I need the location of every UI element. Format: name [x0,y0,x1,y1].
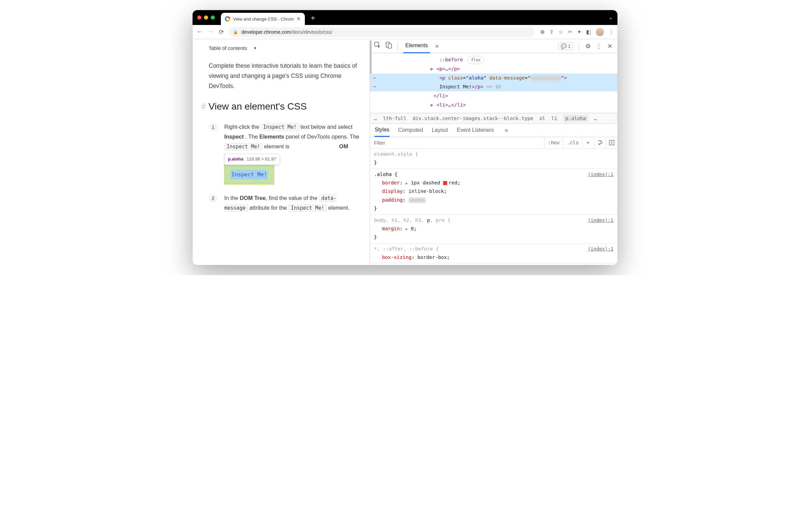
dom-line[interactable]: </li> [370,92,617,100]
maximize-window-button[interactable] [211,16,215,19]
style-rule[interactable]: (index):1 *, ::after, ::before { box-siz… [370,244,617,264]
scissors-icon[interactable]: ✂ [568,29,572,35]
code-chip: Inspect Me! [261,123,299,131]
breadcrumb-item[interactable]: div.stack.center-images.stack--block.typ… [413,116,534,121]
tab-title: View and change CSS - Chrom [233,17,294,21]
kebab-menu-icon[interactable]: ⋮ [595,43,603,50]
flex-badge[interactable]: flex [468,56,484,64]
profile-avatar[interactable] [596,28,604,36]
styles-tab[interactable]: Styles [375,123,389,137]
color-swatch[interactable] [443,181,447,185]
dom-line[interactable]: ▶ <p>…</p> [370,64,617,73]
bookmark-icon[interactable]: ☆ [558,29,563,35]
tab-bar: View and change CSS - Chrom ✕ ＋ ⌄ [193,10,617,25]
element-hover-tooltip: p.aloha 118.96 × 61.97 [224,154,280,165]
dom-breadcrumb[interactable]: … lth-full div.stack.center-images.stack… [370,113,617,124]
style-rule[interactable]: (index):1 body, h1, h2, h3, p, pre { mar… [370,215,617,244]
breadcrumb-item[interactable]: lth-full [383,116,407,121]
feedback-icon: 💬 [561,44,567,49]
cls-toggle[interactable]: .cls [564,137,582,148]
tab-list-button[interactable]: ⌄ [609,15,613,20]
breadcrumb-overflow[interactable]: … [594,116,597,121]
dom-line[interactable]: ::before flex [370,55,617,64]
rule-source[interactable]: (index):1 [588,170,613,179]
url-text: developer.chrome.com/docs/devtools/css/ [241,29,332,35]
device-toggle-icon[interactable] [385,42,392,50]
new-tab-button[interactable]: ＋ [310,13,316,22]
styles-filter-input[interactable] [370,137,545,148]
dom-line[interactable]: ▶ <li>…</li> [370,100,617,110]
inspect-target-area: p.aloha 118.96 × 61.97 Inspect Me! [224,165,360,184]
anchor-hash-icon[interactable]: # [201,102,206,111]
styles-body[interactable]: element.style { } (index):1 .aloha { bor… [370,149,617,265]
step-1-body: Right-click the Inspect Me! text below a… [224,122,360,184]
inspect-me-element[interactable]: Inspect Me! [224,165,274,184]
browser-tab[interactable]: View and change CSS - Chrom ✕ [221,13,305,25]
minimize-window-button[interactable] [204,16,208,19]
elements-tab[interactable]: Elements [403,39,430,53]
layout-tab[interactable]: Layout [432,123,448,137]
computed-tab[interactable]: Computed [398,123,423,137]
lock-icon: 🔒 [233,30,238,34]
forward-button[interactable]: → [207,28,214,35]
chevron-down-icon: ▼ [253,46,257,51]
more-tabs-icon[interactable]: » [433,43,441,50]
step-2: 2 In the DOM Tree, find the value of the… [209,193,360,213]
content-area: Table of contents ▼ Complete these inter… [193,39,617,265]
step-number: 2 [209,194,217,203]
close-tab-icon[interactable]: ✕ [296,16,301,22]
breadcrumb-item[interactable]: ol [539,116,545,121]
computed-panel-icon[interactable] [606,137,617,148]
address-bar-actions: ⊕ ⇪ ☆ ✂ ✦ ◧ ⋮ [540,28,614,36]
back-button[interactable]: ← [196,28,203,35]
event-listeners-tab[interactable]: Event Listeners [457,123,494,137]
devtools-panel: Elements » 💬 1 ⚙ ⋮ ✕ ::before flex ▶ < [370,39,617,265]
close-window-button[interactable] [197,16,201,19]
dom-line-selected[interactable]: Inspect Me!</p> == $0 [370,82,617,92]
chrome-favicon-icon [225,16,230,21]
devtools-toolbar: Elements » 💬 1 ⚙ ⋮ ✕ [370,39,617,53]
menu-icon[interactable]: ⋮ [609,29,614,35]
more-subtabs-icon[interactable]: » [503,127,510,134]
redacted-value [531,76,561,81]
breadcrumb-item-selected[interactable]: p.aloha [563,115,588,122]
browser-window: View and change CSS - Chrom ✕ ＋ ⌄ ← → ⟳ … [193,10,617,265]
address-bar: ← → ⟳ 🔒 developer.chrome.com/docs/devtoo… [193,25,617,39]
code-chip: Inspect Me! [288,204,326,212]
tooltip-selector: p.aloha [228,155,243,163]
add-rule-icon[interactable]: ＋ [582,137,594,148]
paint-icon[interactable] [594,137,606,148]
url-field[interactable]: 🔒 developer.chrome.com/docs/devtools/css… [228,27,535,37]
dom-line-selected[interactable]: <p class="aloha" data-message=""> [370,73,617,83]
extensions-icon[interactable]: ✦ [577,29,581,35]
settings-icon[interactable]: ⚙ [584,43,592,50]
step-number: 1 [209,123,217,132]
side-panel-icon[interactable]: ◧ [586,29,591,35]
toc-label: Table of contents [209,45,247,51]
style-rule[interactable]: element.style { } [370,149,617,169]
breadcrumb-overflow[interactable]: … [374,116,377,121]
styles-tabs: Styles Computed Layout Event Listeners » [370,124,617,137]
svg-rect-2 [388,44,391,48]
reload-button[interactable]: ⟳ [217,28,225,36]
hov-toggle[interactable]: :hov [545,137,564,148]
issues-badge[interactable]: 💬 1 [558,43,573,50]
styles-toolbar: :hov .cls ＋ [370,137,617,149]
rule-source[interactable]: (index):1 [588,216,613,225]
table-of-contents[interactable]: Table of contents ▼ [209,45,360,51]
inspect-me-text: Inspect Me! [231,170,268,179]
window-controls [197,16,215,19]
redacted-value [409,198,425,203]
page-content: Table of contents ▼ Complete these inter… [193,39,370,265]
dom-tree[interactable]: ::before flex ▶ <p>…</p> <p class="aloha… [370,53,617,113]
inspect-element-icon[interactable] [374,42,382,50]
breadcrumb-item[interactable]: li [551,116,557,121]
step-2-body: In the DOM Tree, find the value of the d… [224,193,360,213]
zoom-icon[interactable]: ⊕ [540,29,545,35]
share-icon[interactable]: ⇪ [549,29,554,35]
close-devtools-icon[interactable]: ✕ [606,43,613,50]
style-rule[interactable]: (index):1 .aloha { border: ▶ 1px dashed … [370,169,617,215]
intro-text: Complete these interactive tutorials to … [209,61,360,91]
rule-source[interactable]: (index):1 [588,245,613,253]
code-chip: Inspect Me! [224,143,262,150]
